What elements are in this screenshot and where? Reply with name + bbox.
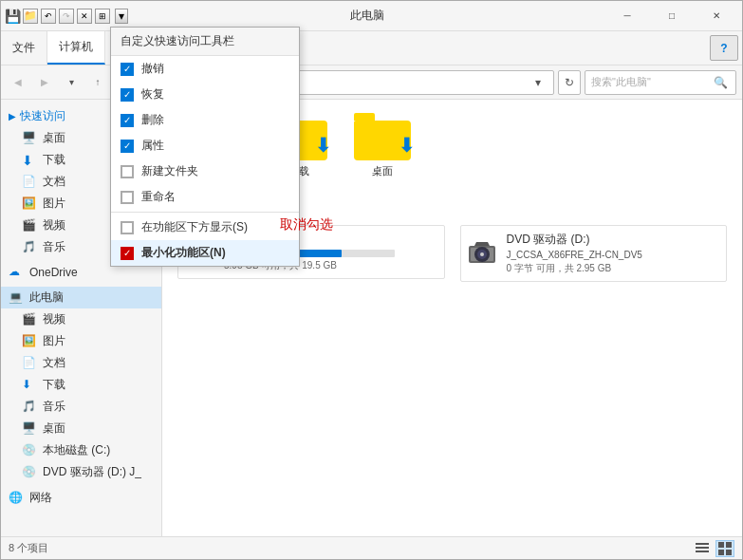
desktop-icon: 🖥️ xyxy=(22,131,37,146)
up-button[interactable]: ↑ xyxy=(86,71,109,94)
dropdown-item-delete[interactable]: 删除 xyxy=(111,107,299,133)
dropdown-label-delete: 删除 xyxy=(141,112,164,128)
dropdown-menu[interactable]: 自定义快速访问工具栏 撤销 恢复 删除 属性 新建文件夹 重命名 在功能区下方 xyxy=(110,27,300,267)
checkbox-redo xyxy=(121,88,134,102)
help-button[interactable]: ? xyxy=(710,35,738,61)
status-bar: 8 个项目 xyxy=(1,536,742,559)
network-label: 网络 xyxy=(29,490,52,506)
back-button[interactable]: ◀ xyxy=(7,71,29,94)
videos-icon: 🎬 xyxy=(22,218,37,233)
checkbox-minimize xyxy=(121,247,134,260)
music-label: 音乐 xyxy=(43,239,65,255)
desktop-label: 桌面 xyxy=(43,130,65,146)
sidebar-item-videos2[interactable]: 🎬 视频 xyxy=(1,308,161,330)
dropdown-divider xyxy=(111,212,299,213)
sidebar-item-dvd[interactable]: 💿 DVD 驱动器 (D:) J_ xyxy=(1,461,161,483)
dropdown-item-redo[interactable]: 恢复 xyxy=(111,82,299,107)
refresh-button[interactable]: ↻ xyxy=(558,70,581,95)
view-details-btn[interactable] xyxy=(693,540,712,557)
view-large-icons-btn[interactable] xyxy=(715,540,734,557)
search-bar[interactable]: 搜索"此电脑" 🔍 xyxy=(585,70,736,95)
pictures2-label: 图片 xyxy=(43,333,65,349)
quick-access-arrow: ▶ xyxy=(9,111,16,121)
dropdown-label-undo: 撤销 xyxy=(141,61,164,77)
drive-d-column: DVD 驱动器 (D:) J_CCSA_X86FRE_ZH-CN_DV5 0 字… xyxy=(460,225,728,282)
drive-d-icon xyxy=(467,238,497,269)
drive-d-space: 0 字节 可用，共 2.95 GB xyxy=(507,262,721,275)
redo-btn[interactable]: ↷ xyxy=(59,9,74,24)
videos2-label: 视频 xyxy=(43,311,65,327)
sidebar-item-pictures2[interactable]: 🖼️ 图片 xyxy=(1,330,161,352)
forward-button[interactable]: ▶ xyxy=(33,71,56,94)
sidebar-item-localc[interactable]: 💿 本地磁盘 (C:) xyxy=(1,439,161,461)
new-folder-btn[interactable]: 📁 xyxy=(23,9,38,24)
dropdown-label-properties: 属性 xyxy=(141,138,164,154)
address-dropdown[interactable]: ▾ xyxy=(529,76,548,89)
pictures-icon: 🖼️ xyxy=(22,196,37,212)
videos-label: 视频 xyxy=(43,217,65,233)
svg-rect-10 xyxy=(696,543,709,545)
dropdown-item-rename[interactable]: 重命名 xyxy=(111,184,299,210)
music2-label: 音乐 xyxy=(43,399,65,415)
dropdown-item-minimize[interactable]: 最小化功能区(N) xyxy=(111,240,299,266)
window-title: 此电脑 xyxy=(128,8,605,24)
dropdown-item-belowribbon[interactable]: 在功能区下方显示(S) xyxy=(111,215,299,240)
dropdown-label-rename: 重命名 xyxy=(141,189,176,205)
downloads2-icon: ⬇ xyxy=(22,378,37,393)
dropdown-item-properties[interactable]: 属性 xyxy=(111,133,299,159)
checkbox-rename xyxy=(121,191,134,204)
checkbox-undo xyxy=(121,63,134,76)
sidebar-item-music2[interactable]: 🎵 音乐 xyxy=(1,396,161,418)
properties-btn[interactable]: ⊞ xyxy=(95,9,110,24)
videos2-icon: 🎬 xyxy=(22,312,37,327)
music2-icon: 🎵 xyxy=(22,400,37,415)
minimize-button[interactable]: ─ xyxy=(605,1,649,31)
dropdown-nav-button[interactable]: ▾ xyxy=(60,71,83,94)
network-icon: 🌐 xyxy=(9,491,24,506)
svg-rect-16 xyxy=(726,550,732,555)
maximize-button[interactable]: □ xyxy=(650,1,694,31)
dropdown-label-minimize: 最小化功能区(N) xyxy=(141,245,226,261)
svg-rect-11 xyxy=(696,547,709,549)
localc-icon: 💿 xyxy=(22,443,37,458)
quick-access-label: 快速访问 xyxy=(20,108,65,124)
window-controls: ─ □ ✕ xyxy=(605,1,738,31)
drive-d-row[interactable]: DVD 驱动器 (D:) J_CCSA_X86FRE_ZH-CN_DV5 0 字… xyxy=(460,225,728,282)
search-icon[interactable]: 🔍 xyxy=(711,76,730,89)
thispc-label: 此电脑 xyxy=(29,289,64,306)
sidebar-item-downloads2[interactable]: ⬇ 下载 xyxy=(1,374,161,396)
dropdown-label-newfolder: 新建文件夹 xyxy=(141,163,198,179)
downloads-label: 下载 xyxy=(43,152,65,168)
desktop2-label: 桌面 xyxy=(43,420,65,437)
music-icon: 🎵 xyxy=(22,240,37,255)
dropdown-item-undo[interactable]: 撤销 xyxy=(111,56,299,82)
drive-d-info: DVD 驱动器 (D:) J_CCSA_X86FRE_ZH-CN_DV5 0 字… xyxy=(507,232,721,275)
close-button[interactable]: ✕ xyxy=(695,1,738,31)
folder-item-desktop[interactable]: ⬇ 桌面 xyxy=(344,109,420,182)
sidebar-item-documents2[interactable]: 📄 文档 xyxy=(1,352,161,374)
documents2-label: 文档 xyxy=(43,355,65,371)
pictures-label: 图片 xyxy=(43,196,65,212)
view-controls xyxy=(693,540,734,557)
svg-point-9 xyxy=(480,252,484,256)
dropdown-label-belowribbon: 在功能区下方显示(S) xyxy=(141,219,248,235)
search-placeholder: 搜索"此电脑" xyxy=(591,75,707,89)
svg-rect-15 xyxy=(718,550,724,555)
item-count: 8 个项目 xyxy=(9,541,48,555)
ribbon-tab-computer[interactable]: 计算机 xyxy=(47,31,105,65)
drive-d-name: DVD 驱动器 (D:) xyxy=(507,232,721,248)
dropdown-title: 自定义快速访问工具栏 xyxy=(111,28,299,56)
sidebar-item-thispc[interactable]: 💻 此电脑 xyxy=(1,287,161,308)
dropdown-item-newfolder[interactable]: 新建文件夹 xyxy=(111,159,299,184)
documents-label: 文档 xyxy=(43,174,65,190)
ribbon-tab-file[interactable]: 文件 xyxy=(1,31,47,65)
sidebar-item-network[interactable]: 🌐 网络 xyxy=(1,487,161,509)
downloads-icon: ⬇ xyxy=(22,153,37,168)
quick-access-dropdown[interactable]: ▾ xyxy=(115,9,128,24)
delete-btn[interactable]: ✕ xyxy=(77,9,92,24)
sidebar-item-desktop2[interactable]: 🖥️ 桌面 xyxy=(1,418,161,439)
dvd-icon: 💿 xyxy=(22,465,37,480)
documents-icon: 📄 xyxy=(22,175,37,190)
undo-btn[interactable]: ↶ xyxy=(41,9,56,24)
desktop2-icon: 🖥️ xyxy=(22,421,37,437)
